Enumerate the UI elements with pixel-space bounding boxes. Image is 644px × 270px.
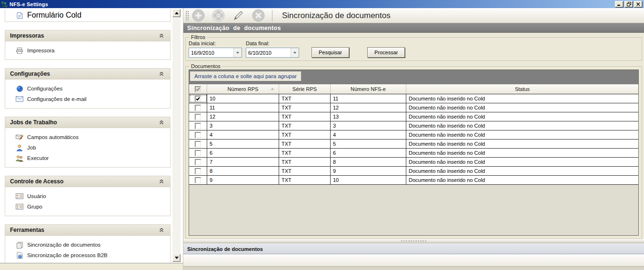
row-checkbox[interactable] bbox=[195, 150, 201, 156]
date-start-combobox[interactable]: 16/9/2010 bbox=[189, 48, 242, 58]
search-button[interactable]: Pesquisar bbox=[312, 47, 349, 58]
bottom-panel-title: Sincronização de documentos bbox=[187, 246, 263, 252]
cell-numero-rps: 8 bbox=[207, 167, 279, 175]
table-row[interactable]: 7 TXT 8 Documento não inserido no Cold bbox=[189, 158, 638, 167]
sidebar-item-sincronizacao-de-documentos[interactable]: Sincronização de documentos bbox=[5, 240, 170, 250]
sidebar-item-executor[interactable]: Executor bbox=[5, 153, 170, 163]
row-checkbox[interactable] bbox=[195, 177, 201, 183]
cell-numero-nfse: 10 bbox=[331, 176, 406, 184]
sidebar-item-label: Executor bbox=[27, 155, 49, 161]
row-checkbox-cell[interactable] bbox=[189, 149, 207, 157]
table-row[interactable]: 9 TXT 10 Documento não inserido no Cold bbox=[189, 176, 638, 185]
collapse-chevron-icon[interactable] bbox=[158, 33, 165, 38]
row-checkbox[interactable] bbox=[195, 159, 201, 165]
row-checkbox[interactable] bbox=[195, 168, 201, 174]
collapse-chevron-icon[interactable] bbox=[158, 179, 165, 184]
table-row[interactable]: 6 TXT 6 Documento não inserido no Cold bbox=[189, 149, 638, 158]
save-button[interactable] bbox=[212, 9, 225, 22]
sync-b2b-icon bbox=[16, 252, 23, 259]
column-header-serie-rps[interactable]: Série RPS bbox=[279, 84, 331, 94]
scroll-down-button[interactable] bbox=[172, 254, 181, 262]
table-row[interactable]: 12 TXT 13 Documento não inserido no Cold bbox=[189, 112, 638, 121]
sidebar-item-label: Usuário bbox=[27, 193, 46, 199]
cell-serie-rps: TXT bbox=[279, 176, 331, 184]
row-checkbox-cell[interactable] bbox=[189, 176, 207, 184]
row-checkbox[interactable] bbox=[195, 123, 201, 129]
row-checkbox[interactable] bbox=[195, 114, 201, 120]
cell-status: Documento não inserido no Cold bbox=[406, 140, 638, 148]
sidebar-item-impressora[interactable]: Impressora bbox=[5, 45, 170, 56]
sidebar-item-sincronizacao-de-processos-b2b[interactable]: Sincronização de processos B2B bbox=[5, 250, 170, 260]
bottom-panel-header: Sincronização de documentos bbox=[183, 243, 644, 254]
sidebar-item-usuario[interactable]: Usuário bbox=[5, 191, 170, 201]
row-checkbox[interactable] bbox=[195, 132, 201, 138]
close-button[interactable] bbox=[634, 1, 643, 8]
row-checkbox-cell[interactable] bbox=[189, 130, 207, 139]
sidebar-item-campos-automaticos[interactable]: Campos automáticos bbox=[5, 132, 170, 142]
filters-legend: Filtros bbox=[190, 34, 207, 40]
column-header-numero-nfse[interactable]: Número NFS-e bbox=[331, 84, 406, 94]
sidebar-section-header[interactable]: Ferramentas bbox=[5, 225, 170, 236]
table-row[interactable]: 8 TXT 9 Documento não inserido no Cold bbox=[189, 167, 638, 176]
cell-numero-nfse: 5 bbox=[331, 140, 406, 148]
row-checkbox[interactable] bbox=[195, 141, 201, 147]
collapse-chevron-icon[interactable] bbox=[158, 120, 165, 125]
group-by-band[interactable]: Arraste a coluna e solte aqui para agrup… bbox=[189, 70, 638, 84]
documents-groupbox: Documentos Arraste a coluna e solte aqui… bbox=[185, 63, 642, 239]
table-row[interactable]: 4 TXT 4 Documento não inserido no Cold bbox=[189, 130, 638, 140]
cell-numero-nfse: 3 bbox=[331, 121, 406, 130]
toolbar-drag-handle[interactable] bbox=[185, 10, 189, 21]
column-header-numero-rps[interactable]: Número RPS bbox=[207, 84, 279, 94]
date-end-dropdown-button[interactable] bbox=[291, 48, 299, 57]
sidebar-section-header[interactable]: Controle de Acesso bbox=[5, 176, 170, 187]
collapse-chevron-icon[interactable] bbox=[158, 71, 165, 76]
config-globe-icon bbox=[16, 85, 23, 92]
sidebar-scrollbar[interactable] bbox=[172, 9, 181, 262]
sidebar-section-header[interactable]: Jobs de Trabalho bbox=[5, 117, 170, 128]
scrollbar-track[interactable] bbox=[172, 17, 181, 254]
row-checkbox-cell[interactable] bbox=[189, 121, 207, 130]
cell-status: Documento não inserido no Cold bbox=[406, 130, 638, 139]
table-row[interactable]: 5 TXT 5 Documento não inserido no Cold bbox=[189, 140, 638, 149]
date-start-dropdown-button[interactable] bbox=[233, 48, 242, 57]
collapse-chevron-icon[interactable] bbox=[158, 228, 165, 232]
sidebar-item-formulario-cold[interactable]: Formulário Cold bbox=[5, 9, 171, 22]
splitter-grip-icon bbox=[401, 240, 427, 242]
edit-button[interactable] bbox=[232, 9, 245, 22]
minimize-button[interactable] bbox=[615, 1, 624, 8]
select-all-header-cell[interactable] bbox=[189, 84, 207, 94]
select-all-checkbox[interactable] bbox=[195, 86, 201, 92]
table-row[interactable]: 3 TXT 3 Documento não inserido no Cold bbox=[189, 121, 638, 130]
row-checkbox-cell[interactable] bbox=[189, 140, 207, 148]
sidebar-section-title: Controle de Acesso bbox=[10, 178, 158, 185]
arrow-down-icon bbox=[175, 257, 179, 259]
row-checkbox[interactable] bbox=[195, 96, 201, 102]
restore-button[interactable] bbox=[624, 1, 633, 8]
table-row[interactable]: 10 TXT 11 Documento não inserido no Cold bbox=[189, 94, 638, 103]
add-button[interactable] bbox=[192, 9, 205, 22]
sidebar-section: Jobs de Trabalho Campos automáticosJobEx… bbox=[5, 117, 171, 168]
row-checkbox-cell[interactable] bbox=[189, 94, 207, 103]
column-header-status[interactable]: Status bbox=[406, 84, 638, 94]
date-end-combobox[interactable]: 6/10/2010 bbox=[246, 48, 299, 58]
row-checkbox-cell[interactable] bbox=[189, 158, 207, 166]
sidebar-item-grupo[interactable]: Grupo bbox=[5, 201, 170, 212]
scroll-up-button[interactable] bbox=[172, 9, 181, 17]
sidebar-item-configuracoes[interactable]: Configurações bbox=[5, 83, 170, 94]
cell-status: Documento não inserido no Cold bbox=[406, 103, 638, 112]
row-checkbox[interactable] bbox=[195, 105, 201, 111]
app-window: NFS-e Settings Formulário Cold Impr bbox=[0, 0, 644, 270]
horizontal-splitter[interactable] bbox=[183, 239, 644, 243]
section-items: Campos automáticosJobExecutor bbox=[5, 128, 170, 167]
sidebar-item-configuracoes-de-e-mail[interactable]: Configurações de e-mail bbox=[5, 94, 170, 104]
row-checkbox-cell[interactable] bbox=[189, 103, 207, 112]
delete-button[interactable] bbox=[252, 9, 265, 22]
process-button[interactable]: Processar bbox=[367, 47, 405, 58]
row-checkbox-cell[interactable] bbox=[189, 112, 207, 121]
sidebar-item-job[interactable]: Job bbox=[5, 142, 170, 153]
sidebar-section-header[interactable]: Configurações bbox=[5, 69, 170, 80]
sidebar-section-header[interactable]: Impressoras bbox=[5, 30, 170, 41]
row-checkbox-cell[interactable] bbox=[189, 167, 207, 175]
table-row[interactable]: 11 TXT 12 Documento não inserido no Cold bbox=[189, 103, 638, 112]
sidebar-section-title: Impressoras bbox=[10, 32, 158, 39]
